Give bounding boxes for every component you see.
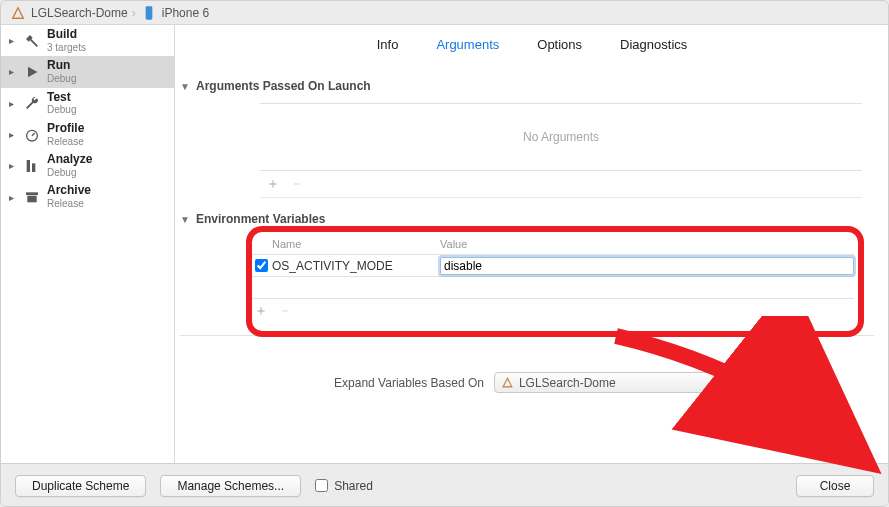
- expand-target-popup[interactable]: LGLSearch-Dome ▲▼: [494, 372, 730, 393]
- no-arguments-label: No Arguments: [260, 104, 862, 171]
- device-icon: [140, 4, 158, 22]
- tab-diagnostics[interactable]: Diagnostics: [620, 37, 687, 52]
- xcode-project-icon: [501, 376, 514, 389]
- sidebar-item-title: Profile: [47, 122, 84, 136]
- sidebar-item-run[interactable]: ▸ RunDebug: [1, 56, 174, 87]
- tab-bar: Info Arguments Options Diagnostics: [176, 25, 888, 65]
- add-argument-button[interactable]: ＋: [262, 175, 284, 193]
- section-title: Arguments Passed On Launch: [196, 79, 371, 93]
- popup-arrows-icon: ▲▼: [716, 375, 725, 389]
- remove-env-button: －: [274, 302, 296, 320]
- disclosure-icon[interactable]: ▸: [9, 129, 17, 140]
- svg-rect-4: [26, 192, 38, 195]
- env-name-cell[interactable]: OS_ACTIVITY_MODE: [272, 259, 440, 273]
- close-button[interactable]: Close: [796, 475, 874, 497]
- disclosure-icon[interactable]: ▸: [9, 160, 17, 171]
- section-title: Environment Variables: [196, 212, 325, 226]
- disclosure-icon[interactable]: ▼: [180, 214, 190, 225]
- disclosure-icon[interactable]: ▼: [180, 81, 190, 92]
- crumb-device[interactable]: iPhone 6: [162, 6, 209, 20]
- footer-bar: Duplicate Scheme Manage Schemes... Share…: [1, 463, 888, 507]
- remove-argument-button: －: [286, 175, 308, 193]
- svg-rect-5: [27, 196, 36, 203]
- add-env-button[interactable]: ＋: [250, 302, 272, 320]
- expand-variables-row: Expand Variables Based On LGLSearch-Dome…: [176, 372, 888, 393]
- tab-options[interactable]: Options: [537, 37, 582, 52]
- sidebar-item-sub: 3 targets: [47, 42, 86, 54]
- svg-rect-2: [27, 160, 30, 172]
- disclosure-icon[interactable]: ▸: [9, 98, 17, 109]
- crumb-project[interactable]: LGLSearch-Dome: [31, 6, 128, 20]
- sidebar-item-title: Archive: [47, 184, 91, 198]
- popup-value: LGLSearch-Dome: [519, 376, 616, 390]
- sidebar-item-title: Build: [47, 28, 86, 42]
- sidebar-item-archive[interactable]: ▸ ArchiveRelease: [1, 181, 174, 212]
- hammer-icon: [23, 32, 41, 50]
- breadcrumb: LGLSearch-Dome › iPhone 6: [1, 1, 888, 25]
- section-launch-args: ▼ Arguments Passed On Launch No Argument…: [180, 79, 872, 198]
- tab-info[interactable]: Info: [377, 37, 399, 52]
- chevron-right-icon: ›: [132, 6, 136, 20]
- env-enabled-checkbox[interactable]: [255, 259, 268, 272]
- sidebar-item-sub: Release: [47, 198, 91, 210]
- expand-label: Expand Variables Based On: [334, 376, 484, 390]
- env-value-input[interactable]: [440, 257, 854, 275]
- env-var-table: Name Value OS_ACTIVITY_MODE: [250, 236, 854, 299]
- section-env-vars: ▼ Environment Variables Name Value OS_AC…: [180, 212, 872, 329]
- play-icon: [23, 63, 41, 81]
- shared-label: Shared: [334, 479, 373, 493]
- tab-arguments[interactable]: Arguments: [436, 37, 499, 52]
- manage-schemes-button[interactable]: Manage Schemes...: [160, 475, 301, 497]
- xcode-project-icon: [9, 4, 27, 22]
- sidebar-item-sub: Debug: [47, 73, 76, 85]
- duplicate-scheme-button[interactable]: Duplicate Scheme: [15, 475, 146, 497]
- scheme-sidebar: ▸ Build3 targets ▸ RunDebug ▸ TestDebug …: [1, 25, 175, 463]
- env-row[interactable]: OS_ACTIVITY_MODE: [250, 255, 854, 277]
- sidebar-item-build[interactable]: ▸ Build3 targets: [1, 25, 174, 56]
- shared-checkbox-wrap[interactable]: Shared: [315, 479, 373, 493]
- content-pane: Info Arguments Options Diagnostics ▼ Arg…: [175, 25, 888, 463]
- sidebar-item-test[interactable]: ▸ TestDebug: [1, 88, 174, 119]
- sidebar-item-sub: Debug: [47, 167, 92, 179]
- column-header-name: Name: [272, 238, 440, 250]
- gauge-icon: [23, 126, 41, 144]
- sidebar-item-analyze[interactable]: ▸ AnalyzeDebug: [1, 150, 174, 181]
- wrench-icon: [23, 94, 41, 112]
- sidebar-item-sub: Release: [47, 136, 84, 148]
- sidebar-item-title: Run: [47, 59, 76, 73]
- svg-rect-3: [32, 163, 35, 172]
- column-header-value: Value: [440, 238, 467, 250]
- archive-icon: [23, 188, 41, 206]
- shared-checkbox[interactable]: [315, 479, 328, 492]
- sidebar-item-title: Test: [47, 91, 76, 105]
- sidebar-item-profile[interactable]: ▸ ProfileRelease: [1, 119, 174, 150]
- svg-rect-0: [145, 6, 152, 19]
- sidebar-item-sub: Debug: [47, 104, 76, 116]
- analyze-icon: [23, 157, 41, 175]
- disclosure-icon[interactable]: ▸: [9, 192, 17, 203]
- disclosure-icon[interactable]: ▸: [9, 66, 17, 77]
- sidebar-item-title: Analyze: [47, 153, 92, 167]
- disclosure-icon[interactable]: ▸: [9, 35, 17, 46]
